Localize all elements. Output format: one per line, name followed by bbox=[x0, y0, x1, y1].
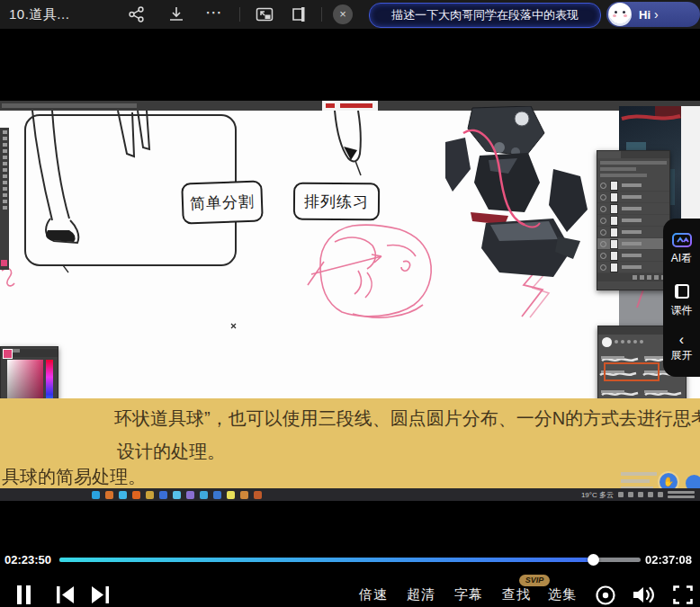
layer-visibility-icon[interactable] bbox=[600, 206, 606, 212]
taskbar-app-icon[interactable] bbox=[119, 491, 127, 499]
layer-row[interactable] bbox=[597, 250, 669, 262]
layer-row[interactable] bbox=[597, 227, 669, 238]
side-panel: AI看 课件 ‹ 展开 bbox=[663, 219, 700, 377]
tool-icon[interactable] bbox=[3, 187, 7, 191]
layer-row[interactable] bbox=[597, 203, 669, 215]
courseware-label: 课件 bbox=[671, 303, 693, 318]
taskbar-app-icon[interactable] bbox=[173, 491, 181, 499]
book-icon bbox=[673, 282, 691, 300]
layer-visibility-icon[interactable] bbox=[600, 183, 606, 189]
find-button[interactable]: 查找 bbox=[502, 586, 531, 603]
more-icon[interactable]: ⋯ bbox=[205, 4, 223, 22]
tool-icon[interactable] bbox=[3, 174, 7, 178]
tool-icon[interactable] bbox=[3, 130, 7, 134]
layer-thumbnail bbox=[610, 228, 618, 237]
layer-name-bar bbox=[622, 230, 642, 234]
tool-icon[interactable] bbox=[3, 206, 7, 210]
ai-search-pill[interactable]: 描述一下大肉哥同学在段落中的表现 bbox=[369, 3, 601, 28]
tool-icon[interactable] bbox=[3, 149, 7, 153]
layer-thumbnail bbox=[610, 263, 618, 272]
expand-label: 展开 bbox=[671, 348, 693, 363]
download-icon[interactable] bbox=[167, 5, 185, 23]
layers-panel-footer[interactable] bbox=[597, 273, 669, 281]
taskbar-app-icon[interactable] bbox=[200, 491, 208, 499]
taskbar-app-icon[interactable] bbox=[213, 491, 221, 499]
layers-filter-bar[interactable] bbox=[600, 161, 667, 165]
current-time: 02:23:50 bbox=[4, 553, 51, 567]
layers-lock-bar bbox=[600, 174, 647, 177]
layer-row[interactable] bbox=[597, 262, 669, 273]
taskbar-app-icon[interactable] bbox=[105, 491, 113, 499]
ai-camera-icon bbox=[672, 232, 692, 248]
pause-button[interactable] bbox=[16, 585, 32, 604]
ai-watch-button[interactable]: AI看 bbox=[671, 232, 692, 266]
layer-row[interactable] bbox=[597, 215, 669, 227]
record-icon[interactable] bbox=[595, 585, 616, 606]
progress-bar[interactable] bbox=[59, 558, 641, 562]
layer-name-bar bbox=[622, 183, 642, 187]
tool-icon[interactable] bbox=[3, 193, 7, 197]
courseware-button[interactable]: 课件 bbox=[671, 282, 693, 318]
tool-icon[interactable] bbox=[3, 168, 7, 172]
volume-icon[interactable] bbox=[632, 584, 656, 606]
weather-widget[interactable]: 19°C 多云 bbox=[581, 490, 614, 500]
tool-icon[interactable] bbox=[3, 137, 7, 140]
layer-visibility-icon[interactable] bbox=[600, 194, 606, 201]
progress-handle[interactable] bbox=[588, 554, 599, 566]
tool-icon[interactable] bbox=[3, 200, 7, 203]
subtitle-button[interactable]: 字幕 bbox=[454, 586, 483, 603]
layer-name-bar bbox=[622, 242, 642, 245]
expand-button[interactable]: ‹ 展开 bbox=[671, 335, 693, 363]
layer-row[interactable] bbox=[597, 180, 669, 192]
tool-icon[interactable] bbox=[3, 156, 7, 159]
layer-thumbnail bbox=[610, 216, 618, 226]
topbar-divider bbox=[321, 7, 322, 22]
layer-visibility-icon[interactable] bbox=[600, 241, 606, 247]
layer-name-bar bbox=[622, 265, 642, 269]
previous-episode-button[interactable] bbox=[57, 586, 75, 603]
taskbar-app-icon[interactable] bbox=[159, 491, 167, 499]
assistant-pill[interactable]: Hi › bbox=[606, 2, 700, 27]
layer-thumbnail bbox=[610, 181, 618, 191]
tool-icon[interactable] bbox=[3, 143, 7, 147]
topbar-divider bbox=[239, 7, 240, 22]
taskbar-app-icon[interactable] bbox=[92, 491, 100, 499]
taskbar-icons bbox=[92, 491, 262, 499]
layer-row[interactable] bbox=[597, 238, 669, 250]
fullscreen-icon[interactable] bbox=[673, 585, 693, 604]
layers-panel bbox=[597, 150, 670, 290]
taskbar-app-icon[interactable] bbox=[240, 491, 248, 499]
taskbar-clock bbox=[668, 491, 695, 498]
brush-selection-box bbox=[604, 362, 660, 381]
episodes-button[interactable]: 选集 bbox=[548, 586, 577, 603]
layer-name-bar bbox=[622, 219, 642, 222]
taskbar-app-icon[interactable] bbox=[254, 491, 262, 499]
tool-icon[interactable] bbox=[3, 181, 7, 184]
photoshop-toolbar bbox=[0, 128, 9, 270]
subtitle-banner: 环状道具球”，也可以使用三段线、圆点圆片分布、一分N的方式去进行思考与 设计的处… bbox=[0, 398, 700, 488]
speed-button[interactable]: 倍速 bbox=[359, 586, 388, 603]
taskbar-app-icon[interactable] bbox=[132, 491, 140, 499]
layers-panel-tab[interactable] bbox=[597, 151, 669, 158]
share-icon[interactable] bbox=[128, 5, 146, 23]
next-episode-button[interactable] bbox=[91, 586, 109, 603]
layer-row[interactable] bbox=[597, 192, 669, 203]
taskbar-app-icon[interactable] bbox=[146, 491, 154, 499]
layer-visibility-icon[interactable] bbox=[600, 229, 606, 236]
canvas-white-strip bbox=[681, 106, 700, 219]
chevron-right-icon: › bbox=[654, 7, 659, 22]
system-tray[interactable]: 19°C 多云 bbox=[581, 490, 695, 500]
top-bar: 10.道具... ⋯ × 描述一下大肉哥同学在段落中的表现 Hi › bbox=[0, 0, 700, 29]
taskbar-app-icon[interactable] bbox=[227, 491, 235, 499]
layer-visibility-icon[interactable] bbox=[600, 264, 606, 271]
layer-name-bar bbox=[622, 207, 642, 210]
layer-visibility-icon[interactable] bbox=[600, 218, 606, 224]
dock-window-icon[interactable] bbox=[290, 5, 308, 23]
quality-button[interactable]: 超清 bbox=[407, 586, 435, 603]
picture-in-picture-icon[interactable] bbox=[256, 5, 274, 23]
layers-blend-bar[interactable] bbox=[600, 167, 636, 171]
layer-visibility-icon[interactable] bbox=[600, 253, 606, 259]
tool-icon[interactable] bbox=[3, 162, 7, 165]
close-icon[interactable]: × bbox=[333, 4, 353, 24]
taskbar-app-icon[interactable] bbox=[186, 491, 194, 499]
